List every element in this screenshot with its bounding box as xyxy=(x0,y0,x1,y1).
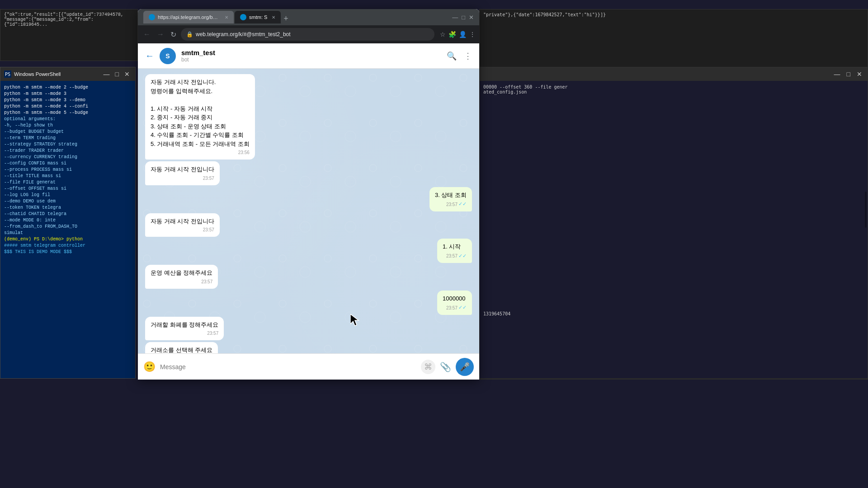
message-meta: 23:57 ✓✓ xyxy=(443,304,467,311)
forward-button[interactable]: → xyxy=(155,29,166,39)
message-meta: 23:57 xyxy=(151,226,214,233)
api-response-panel: {"ok":true,"result":[{"update_id":737494… xyxy=(0,9,138,61)
msg-row: 1000000 23:57 ✓✓ xyxy=(145,291,472,315)
telegram-app: ← S smtm_test bot 🔍 ⋮ 자동 거래 시작 전입니다. 명령어… xyxy=(138,43,479,380)
tg-more-icon[interactable]: ⋮ xyxy=(464,51,472,61)
browser-tab-1[interactable]: https://api.telegram.org/bot617... ✕ xyxy=(143,11,234,23)
attach-button[interactable]: 📎 xyxy=(440,361,451,372)
tg-header-actions: 🔍 ⋮ xyxy=(447,51,472,61)
message-time: 23:57 xyxy=(446,201,458,208)
msg-row: 운영 예산을 정해주세요 23:57 xyxy=(145,265,472,289)
msg-row: 거래할 화폐를 정해주세요 23:57 xyxy=(145,317,472,341)
right-win-maximize[interactable]: □ xyxy=(845,70,852,78)
ps-title-icon: PS xyxy=(4,70,11,78)
message-meta: 23:57 ✓✓ xyxy=(443,252,467,260)
message-bubble: 거래할 화폐를 정해주세요 23:57 xyxy=(145,317,224,341)
tab2-favicon xyxy=(240,14,246,20)
extensions-icon[interactable]: 🧩 xyxy=(448,31,456,38)
message-bubble: 1000000 23:57 ✓✓ xyxy=(437,291,472,315)
right-panel-text: "private"},{"date":1679842527,"text":"hi… xyxy=(483,12,606,17)
message-text: 자동 거래 시작 전입니다 xyxy=(151,165,214,174)
more-menu-icon[interactable]: ⋮ xyxy=(469,31,476,38)
msg-row: 자동 거래 시작 전입니다 23:57 xyxy=(145,213,472,237)
message-text: 자동 거래 시작 전입니다. 명령어를 입력해주세요. 1. 시작 - 자동 거… xyxy=(151,78,250,148)
message-bubble: 3. 상태 조회 23:57 ✓✓ xyxy=(429,187,472,211)
message-text: 1. 시작 xyxy=(443,242,467,251)
message-text: 거래할 화폐를 정해주세요 xyxy=(151,320,218,329)
tg-chat-info: smtm_test bot xyxy=(181,49,441,63)
powershell-window: PS Windows PowerShell — □ ✕ python -m sm… xyxy=(0,67,136,379)
ps-content: python -m smtm --mode 2 --budgepython -m… xyxy=(0,81,135,378)
msg-row: 3. 상태 조회 23:57 ✓✓ xyxy=(145,187,472,211)
address-text: web.telegram.org/k/#@smtm_test2_bot xyxy=(196,31,291,38)
message-time: 23:56 xyxy=(238,149,250,156)
message-time: 23:57 xyxy=(446,305,458,311)
tg-chat-area: 자동 거래 시작 전입니다. 명령어를 입력해주세요. 1. 시작 - 자동 거… xyxy=(138,69,479,353)
tg-input-area: 🙂 ⌘ 📎 🎤 xyxy=(138,353,479,380)
emoji-button[interactable]: 🙂 xyxy=(143,361,156,373)
message-bubble: 자동 거래 시작 전입니다 23:57 xyxy=(145,161,220,185)
scrollbar[interactable] xyxy=(865,192,867,228)
browser-controls: ← → ↻ 🔒 web.telegram.org/k/#@smtm_test2_… xyxy=(138,25,479,43)
message-bubble: 자동 거래 시작 전입니다 23:57 xyxy=(145,213,220,237)
browser-minimize-btn[interactable]: — xyxy=(452,14,458,21)
message-meta: 23:57 xyxy=(151,330,218,337)
browser-maximize-btn[interactable]: □ xyxy=(462,14,465,21)
message-text: 3. 상태 조회 xyxy=(435,191,467,200)
svg-text:PS: PS xyxy=(5,72,10,77)
right-win-close[interactable]: ✕ xyxy=(855,70,864,78)
message-meta: 23:56 xyxy=(151,149,250,156)
message-time: 23:57 xyxy=(201,278,212,285)
ps-window-controls: — □ ✕ xyxy=(102,70,132,78)
ps-minimize-btn[interactable]: — xyxy=(102,70,112,78)
message-time: 23:57 xyxy=(203,226,214,233)
msg-row: 자동 거래 시작 전입니다 23:57 xyxy=(145,161,472,185)
lock-icon: 🔒 xyxy=(186,31,193,38)
message-text: 자동 거래 시작 전입니다 xyxy=(151,217,214,226)
right-win-minimize[interactable]: — xyxy=(832,70,842,78)
right-panel-id-text: 1319645704 xyxy=(483,311,864,316)
tg-bot-avatar: S xyxy=(160,48,176,64)
address-bar[interactable]: 🔒 web.telegram.org/k/#@smtm_test2_bot xyxy=(181,28,434,41)
ps-title-text: Windows PowerShell xyxy=(14,71,99,77)
message-checkmarks: ✓✓ xyxy=(458,252,467,260)
ps-maximize-btn[interactable]: □ xyxy=(113,70,121,78)
tab1-label: https://api.telegram.org/bot617... xyxy=(158,14,220,20)
profile-icon[interactable]: 👤 xyxy=(459,31,467,38)
bookmark-star-icon[interactable]: ☆ xyxy=(440,31,446,38)
message-text: 1000000 xyxy=(443,294,467,303)
ps-titlebar: PS Windows PowerShell — □ ✕ xyxy=(0,67,135,81)
refresh-button[interactable]: ↻ xyxy=(169,29,178,40)
new-tab-button[interactable]: + xyxy=(282,14,290,23)
ps-close-btn[interactable]: ✕ xyxy=(123,70,132,78)
message-input[interactable] xyxy=(160,363,416,371)
mic-button[interactable]: 🎤 xyxy=(456,358,474,376)
message-bubble: 거래소를 선택해 주세요 23:57 xyxy=(145,342,218,353)
browser-tab-area: https://api.telegram.org/bot617... ✕ smt… xyxy=(143,11,448,23)
msg-row: 1. 시작 23:57 ✓✓ xyxy=(145,239,472,263)
browser-close-btn[interactable]: ✕ xyxy=(469,14,474,21)
browser-toolbar: ☆ 🧩 👤 ⋮ xyxy=(440,31,476,38)
back-button[interactable]: ← xyxy=(142,29,152,39)
browser-tab-2[interactable]: smtm: S ✕ xyxy=(235,11,281,23)
message-meta: 23:57 xyxy=(151,278,212,285)
right-panel-top-text: 00000 --offset 360 --file generated_conf… xyxy=(483,84,864,94)
message-bubble: 1. 시작 23:57 ✓✓ xyxy=(437,239,472,263)
tg-header: ← S smtm_test bot 🔍 ⋮ xyxy=(138,43,479,69)
right-win-content: 00000 --offset 360 --file generated_conf… xyxy=(480,81,868,320)
message-text: 운영 예산을 정해주세요 xyxy=(151,268,212,277)
message-text: 거래소를 선택해 주세요 xyxy=(151,346,212,353)
api-response-text: {"ok":true,"result":[{"update_id":737494… xyxy=(4,12,123,27)
tab1-close-icon[interactable]: ✕ xyxy=(225,15,228,20)
browser-titlebar: https://api.telegram.org/bot617... ✕ smt… xyxy=(138,9,479,25)
tg-search-icon[interactable]: 🔍 xyxy=(447,51,457,61)
command-button[interactable]: ⌘ xyxy=(421,360,435,374)
tg-back-button[interactable]: ← xyxy=(145,51,154,61)
tab2-label: smtm: S xyxy=(249,14,267,20)
message-bubble: 자동 거래 시작 전입니다. 명령어를 입력해주세요. 1. 시작 - 자동 거… xyxy=(145,74,255,160)
message-meta: 23:57 ✓✓ xyxy=(435,200,467,208)
browser-window: https://api.telegram.org/bot617... ✕ smt… xyxy=(138,9,479,380)
message-time: 23:57 xyxy=(203,175,214,182)
tab2-close-icon[interactable]: ✕ xyxy=(272,15,275,20)
tg-chat-name: smtm_test xyxy=(181,49,441,56)
